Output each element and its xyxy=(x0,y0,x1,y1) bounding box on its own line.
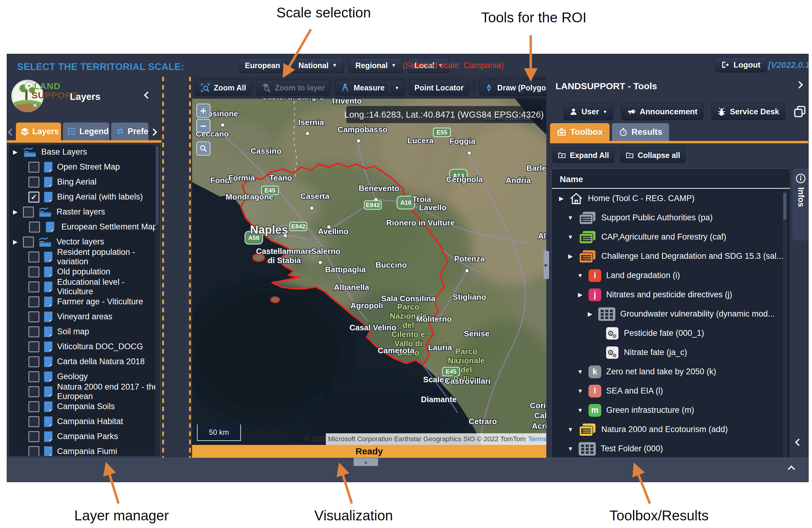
bottom-panel-expand-handle[interactable]: ▲ xyxy=(353,458,378,466)
collapse-arrow-icon[interactable]: ▼ xyxy=(567,234,574,241)
layer-item-row[interactable]: Campania Soils xyxy=(9,399,160,414)
splitter-dash-left[interactable] xyxy=(162,77,164,458)
panel-splitter-handle[interactable]: ▶ xyxy=(543,251,549,279)
collapse-left-panel-icon[interactable] xyxy=(144,91,151,99)
expand-arrow-icon[interactable]: ▶ xyxy=(12,238,19,245)
layer-item-row[interactable]: Viticoltura DOC_DOCG xyxy=(9,339,160,354)
layer-checkbox[interactable] xyxy=(28,371,39,382)
user-button[interactable]: User ▼ xyxy=(563,103,613,120)
expand-arrow-icon[interactable]: ▶ xyxy=(586,311,593,317)
announcement-button[interactable]: Announcement xyxy=(621,103,703,120)
map-search-button[interactable] xyxy=(197,142,211,156)
layer-checkbox[interactable] xyxy=(29,222,40,232)
layer-item-row[interactable]: European Settlement Map xyxy=(9,219,160,234)
layer-item-row[interactable]: Campania Fiumi xyxy=(9,444,160,457)
tab-toolbox[interactable]: Toolbox xyxy=(550,123,610,141)
layer-checkbox[interactable] xyxy=(23,237,34,247)
tool-tree-row[interactable]: ▼Test Folder (000) xyxy=(552,439,790,458)
logout-button[interactable]: Logout xyxy=(715,57,766,72)
zoom-all-button[interactable]: Zoom All xyxy=(195,80,251,96)
collapse-right-panel-icon[interactable] xyxy=(795,439,802,446)
zoom-in-button[interactable]: + xyxy=(197,103,211,118)
collapse-arrow-icon[interactable]: ▼ xyxy=(577,272,583,279)
terms-of-use-link[interactable]: Terms of Use xyxy=(528,435,546,443)
right-tree-scrollbar[interactable] xyxy=(783,191,787,457)
layer-item-row[interactable]: Resident population - variation xyxy=(9,249,160,264)
expand-arrow-icon[interactable]: ▶ xyxy=(577,291,583,298)
layer-item-row[interactable]: Open Street Map xyxy=(9,159,160,174)
layer-checkbox[interactable] xyxy=(28,401,39,412)
layer-checkbox[interactable] xyxy=(28,311,39,322)
tabs-scroll-left-icon[interactable] xyxy=(8,128,15,135)
layer-item-row[interactable]: Bing Aerial xyxy=(9,174,160,189)
layer-item-row[interactable]: ✓Bing Aerial (with labels) xyxy=(9,189,160,204)
tab-legend[interactable]: Legend xyxy=(63,123,109,140)
collapse-arrow-icon[interactable]: ▼ xyxy=(577,369,583,375)
collapse-arrow-icon[interactable]: ▼ xyxy=(567,426,574,433)
layer-item-row[interactable]: Natura 2000 end 2017 - the European xyxy=(9,384,160,399)
expand-arrow-icon[interactable]: ▶ xyxy=(12,209,19,215)
layer-checkbox[interactable] xyxy=(28,267,39,277)
tool-tree-row[interactable]: ▶jNitrates and pesticide directives (j) xyxy=(552,285,790,304)
tab-results[interactable]: Results xyxy=(612,123,669,141)
splitter-dash-right[interactable] xyxy=(189,77,191,458)
layer-checkbox[interactable] xyxy=(28,446,39,457)
zoom-out-button[interactable]: − xyxy=(197,119,211,133)
windows-copy-icon[interactable] xyxy=(793,105,807,118)
layer-item-row[interactable]: Farmer age - Viticulture xyxy=(9,294,160,309)
layer-checkbox[interactable] xyxy=(28,296,39,308)
layer-checkbox[interactable] xyxy=(28,252,39,262)
tool-tree-row[interactable]: ▼Natura 2000 and Ecotourism (add) xyxy=(552,420,790,439)
tool-tree-row[interactable]: ▶Home (Tool C - REG. CAMP) xyxy=(552,189,790,208)
layer-checkbox[interactable] xyxy=(28,162,39,173)
layer-checkbox[interactable] xyxy=(28,386,39,397)
tab-prefer[interactable]: Prefer xyxy=(111,123,148,140)
tab-layers[interactable]: Layers xyxy=(16,123,61,140)
collapse-arrow-icon[interactable]: ▼ xyxy=(577,388,583,395)
layer-group-row[interactable]: ▶Base Layers xyxy=(9,144,160,159)
collapse-arrow-icon[interactable]: ▼ xyxy=(567,214,574,221)
layer-checkbox[interactable] xyxy=(28,356,39,367)
expand-all-button[interactable]: Expand All xyxy=(552,147,614,163)
collapse-all-button[interactable]: Collapse all xyxy=(620,147,685,163)
layer-item-row[interactable]: Carta della Natura 2018 xyxy=(9,354,160,369)
map-canvas[interactable]: E45E842A16E842A56E55A14E45 ParcoNazional… xyxy=(192,77,546,445)
tool-tree-row[interactable]: ▶Groundwater vulnerability (dynamic mod.… xyxy=(552,304,790,324)
layer-checkbox[interactable] xyxy=(28,326,39,337)
tool-tree-row[interactable]: ▼iLand degradation (i) xyxy=(552,266,790,285)
tool-tree-row[interactable]: ▼kZero net land take by 2050 (k) xyxy=(552,362,790,381)
layer-item-row[interactable]: Vineyard areas xyxy=(9,309,160,324)
scale-regional-button[interactable]: Regional▼ xyxy=(349,58,403,73)
point-locator-button[interactable]: Point Locator xyxy=(409,80,469,96)
layer-checkbox[interactable]: ✓ xyxy=(28,191,39,203)
tool-tree-row[interactable]: ▼Support Public Authorities (pa) xyxy=(552,208,790,227)
tool-tree-row[interactable]: ⚙⚙Pesticide fate (000_1) xyxy=(552,324,790,343)
expand-arrow-icon[interactable]: ▶ xyxy=(567,253,574,260)
tool-tree-row[interactable]: ▼mGreen infrastructure (m) xyxy=(552,401,790,420)
right-tree-scroll-thumb[interactable] xyxy=(783,193,786,220)
chevron-up-icon[interactable] xyxy=(787,465,795,473)
expand-arrow-icon[interactable]: ▶ xyxy=(558,195,565,202)
layer-item-row[interactable]: Educational level - Viticulture xyxy=(9,279,160,294)
scale-european-button[interactable]: European xyxy=(238,58,287,73)
scale-national-button[interactable]: National▼ xyxy=(292,58,343,73)
layer-checkbox[interactable] xyxy=(28,341,39,352)
expand-right-panel-icon[interactable] xyxy=(796,81,803,88)
expand-arrow-icon[interactable]: ▶ xyxy=(12,148,19,156)
tabs-scroll-right-icon[interactable] xyxy=(150,128,157,135)
service-desk-button[interactable]: Service Desk xyxy=(711,103,785,120)
layer-item-row[interactable]: Soil map xyxy=(9,324,160,339)
measure-button[interactable]: Measure▼ xyxy=(335,80,404,96)
tool-tree-row[interactable]: ⚙⚙Nitrate fate (ja_c) xyxy=(552,343,790,362)
collapse-arrow-icon[interactable]: ▼ xyxy=(577,407,583,414)
layer-checkbox[interactable] xyxy=(28,416,39,427)
tool-tree-row[interactable]: ▼lSEA and EIA (l) xyxy=(552,381,790,401)
infos-tab[interactable]: Infos xyxy=(793,168,809,241)
layer-checkbox[interactable] xyxy=(28,431,39,442)
draw-polygon-button[interactable]: Draw (Polygon)▼ xyxy=(479,80,546,96)
tool-tree-row[interactable]: ▼CAP,Agriculture and Forestry (caf) xyxy=(552,227,790,246)
caret-down-icon[interactable]: ▼ xyxy=(394,85,399,90)
layer-item-row[interactable]: Campania Habitat xyxy=(9,414,160,429)
layer-group-row[interactable]: ▶Raster layers xyxy=(9,204,160,219)
layer-checkbox[interactable] xyxy=(23,206,34,217)
